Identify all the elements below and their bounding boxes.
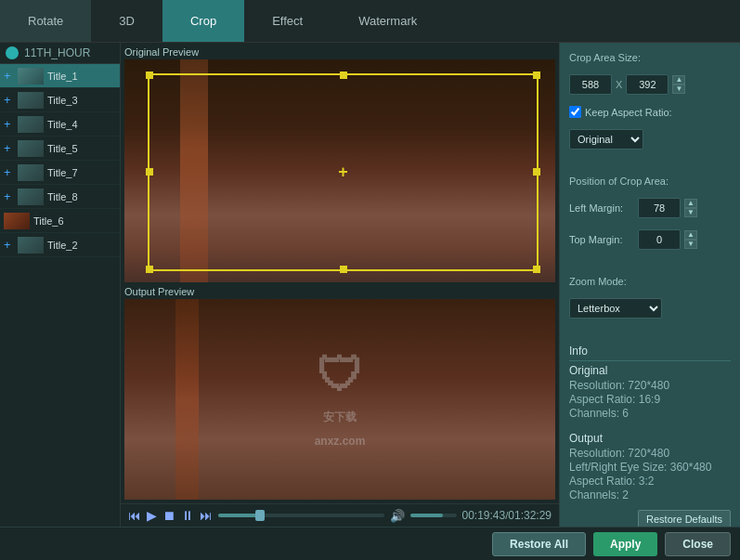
crop-handle-tm[interactable] (340, 72, 347, 79)
sidebar-item-title1[interactable]: + Title_1 (0, 64, 120, 88)
top-margin-row: Top Margin: ▲ ▼ (569, 229, 731, 250)
spin-down[interactable]: ▼ (672, 85, 685, 94)
crop-handle-tr[interactable] (533, 72, 540, 79)
top-margin-label: Top Margin: (569, 234, 634, 245)
left-margin-label: Left Margin: (569, 202, 634, 214)
original-aspect: Aspect Ratio: 16:9 (569, 393, 731, 406)
skip-end-btn[interactable]: ⏭ (200, 508, 213, 523)
output-eye-size: Left/Right Eye Size: 360*480 (569, 461, 731, 474)
tab-watermark[interactable]: Watermark (331, 0, 445, 42)
sidebar-item-title2[interactable]: + Title_2 (0, 233, 120, 257)
output-preview-box: 🛡 安下载 anxz.com (124, 299, 555, 500)
crop-handle-bl[interactable] (146, 266, 153, 273)
tab-rotate[interactable]: Rotate (0, 0, 91, 42)
original-resolution: Resolution: 720*480 (569, 379, 731, 392)
sidebar-item-title6[interactable]: Title_6 (0, 209, 120, 233)
label-title7: Title_7 (47, 167, 78, 178)
zoom-mode-row: Letterbox (569, 298, 731, 319)
output-aspect: Aspect Ratio: 3:2 (569, 475, 731, 488)
preview-area: Original Preview (121, 43, 559, 503)
sidebar-item-title3[interactable]: + Title_3 (0, 88, 120, 112)
apply-btn[interactable]: Apply (593, 532, 657, 556)
progress-slider[interactable] (218, 514, 384, 517)
output-info-title: Output (569, 432, 731, 445)
output-channels: Channels: 2 (569, 488, 731, 501)
top-spin-up[interactable]: ▲ (684, 230, 697, 240)
left-spin-down[interactable]: ▼ (684, 208, 697, 217)
crop-handle-br[interactable] (533, 266, 540, 273)
expand-btn-title2[interactable]: + (4, 238, 15, 252)
info-title: Info (569, 345, 731, 358)
info-section: Info Original Resolution: 720*480 Aspect… (569, 345, 731, 502)
thumb-title7 (18, 164, 44, 181)
stop-btn[interactable]: ⏹ (162, 508, 175, 523)
sidebar-item-title5[interactable]: + Title_5 (0, 137, 120, 161)
label-title8: Title_8 (47, 191, 78, 202)
playback-bar: ⏮ ▶ ⏹ ⏸ ⏭ 🔊 00:19:43/01:32:29 (121, 503, 559, 527)
bottom-bar: Restore All Apply Close (0, 527, 740, 560)
expand-btn-title5[interactable]: + (4, 141, 15, 155)
volume-slider[interactable] (410, 514, 457, 517)
sidebar-icon (6, 46, 19, 59)
tab-effect[interactable]: Effect (244, 0, 331, 42)
left-margin-input[interactable] (638, 198, 681, 218)
x-separator: X (616, 79, 622, 90)
original-channels: Channels: 6 (569, 407, 731, 420)
left-spinners[interactable]: ▲ ▼ (684, 199, 697, 217)
expand-btn-title4[interactable]: + (4, 117, 15, 131)
aspect-select[interactable]: Original (569, 129, 643, 150)
label-title6: Title_6 (33, 215, 64, 227)
tab-crop[interactable]: Crop (162, 0, 244, 42)
keep-aspect-row: Keep Aspect Ratio: (569, 106, 731, 118)
time-display: 00:19:43/01:32:29 (462, 509, 552, 522)
pause-btn[interactable]: ⏸ (181, 508, 194, 523)
crop-size-row: X ▲ ▼ (569, 74, 731, 95)
left-spin-up[interactable]: ▲ (684, 199, 697, 208)
expand-btn-title1[interactable]: + (4, 69, 15, 83)
top-margin-input[interactable] (638, 229, 681, 250)
crop-center-marker: + (338, 163, 348, 182)
size-spinners[interactable]: ▲ ▼ (672, 75, 685, 94)
output-resolution: Resolution: 720*480 (569, 447, 731, 460)
crop-height-input[interactable] (626, 74, 669, 95)
keep-aspect-checkbox[interactable] (569, 106, 581, 118)
tab-bar: Rotate 3D Crop Effect Watermark (0, 0, 740, 43)
sidebar-item-title8[interactable]: + Title_8 (0, 185, 120, 209)
play-btn[interactable]: ▶ (147, 508, 157, 523)
thumb-title2 (18, 237, 44, 254)
crop-handle-bm[interactable] (340, 266, 347, 273)
expand-btn-title7[interactable]: + (4, 165, 15, 179)
thumb-title8 (18, 189, 44, 205)
label-title5: Title_5 (47, 143, 78, 154)
spin-up[interactable]: ▲ (672, 75, 685, 85)
sidebar: 11TH_HOUR + Title_1 + Title_3 + Title_4 … (0, 43, 121, 527)
sidebar-item-title4[interactable]: + Title_4 (0, 112, 120, 137)
close-btn[interactable]: Close (665, 532, 731, 556)
expand-btn-title8[interactable]: + (4, 189, 15, 203)
zoom-mode-title: Zoom Mode: (569, 276, 731, 287)
volume-icon[interactable]: 🔊 (390, 509, 405, 523)
top-spin-down[interactable]: ▼ (684, 240, 697, 249)
tab-3d[interactable]: 3D (91, 0, 162, 42)
right-panel: Crop Area Size: X ▲ ▼ Keep Aspect Ratio:… (559, 43, 740, 527)
sidebar-app-title: 11TH_HOUR (24, 46, 90, 59)
sidebar-item-title7[interactable]: + Title_7 (0, 161, 120, 185)
crop-width-input[interactable] (569, 74, 612, 95)
progress-thumb[interactable] (255, 510, 265, 521)
expand-btn-title3[interactable]: + (4, 93, 15, 107)
crop-handle-mr[interactable] (533, 168, 540, 176)
crop-area-size-title: Crop Area Size: (569, 52, 731, 63)
keep-aspect-label[interactable]: Keep Aspect Ratio: (585, 107, 672, 118)
skip-start-btn[interactable]: ⏮ (128, 508, 141, 523)
thumb-title5 (18, 140, 44, 157)
zoom-mode-select[interactable]: Letterbox (569, 298, 662, 319)
progress-fill (218, 514, 260, 517)
top-spinners[interactable]: ▲ ▼ (684, 230, 697, 249)
restore-all-btn[interactable]: Restore All (492, 532, 586, 556)
crop-handle-tl[interactable] (146, 72, 153, 79)
crop-handle-ml[interactable] (146, 168, 153, 176)
info-divider (569, 360, 731, 361)
crop-rect[interactable]: + (148, 73, 539, 271)
restore-defaults-btn[interactable]: Restore Defaults (638, 510, 731, 527)
output-streak (175, 299, 199, 500)
